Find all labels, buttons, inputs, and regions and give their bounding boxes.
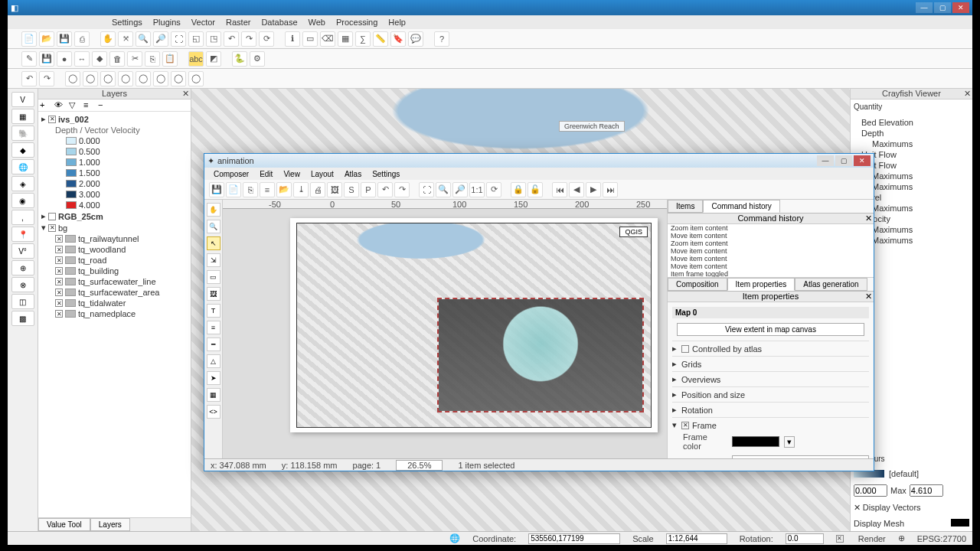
menu-vector[interactable]: Vector <box>187 18 220 27</box>
layer-row[interactable]: 3.000 <box>40 189 189 200</box>
open-project-button[interactable]: 📂 <box>39 31 54 47</box>
c-first-button[interactable]: ⏮ <box>552 182 567 197</box>
c-export-img-button[interactable]: 🖼 <box>327 182 342 197</box>
delete-button[interactable]: 🗑 <box>109 51 125 67</box>
globe-icon[interactable]: 🌐 <box>449 533 460 543</box>
composer-minimize-button[interactable]: — <box>817 155 834 166</box>
layers-panel-close-icon[interactable]: ✕ <box>182 89 189 99</box>
c-addhtml-tool[interactable]: <> <box>207 405 220 419</box>
crs-icon[interactable]: ⊕ <box>898 533 905 543</box>
tab-item-properties[interactable]: Item properties <box>727 278 795 291</box>
pan-button[interactable]: ✋ <box>100 31 116 47</box>
layer-row[interactable]: ▸RGB_25cm <box>40 210 189 222</box>
layer-filter-icon[interactable]: ▽ <box>69 100 81 111</box>
c-movecontent-tool[interactable]: ⇲ <box>207 253 220 267</box>
identify-button[interactable]: ℹ <box>285 31 300 47</box>
add-vector-icon[interactable]: V <box>11 92 34 107</box>
select-button[interactable]: ▭ <box>302 31 318 47</box>
cmenu-settings[interactable]: Settings <box>368 170 404 178</box>
add-csv-icon[interactable]: , <box>11 210 34 225</box>
cmenu-composer[interactable]: Composer <box>209 170 253 178</box>
layer-row[interactable]: ▾✕bg <box>40 222 189 233</box>
layer-row[interactable]: ✕tq_surfacewater_area <box>40 287 189 298</box>
abc-button[interactable]: abc <box>188 51 204 67</box>
c-dup-button[interactable]: ⎘ <box>243 182 258 197</box>
c-last-button[interactable]: ⏭ <box>603 182 618 197</box>
plugin-button[interactable]: ⚙ <box>250 51 265 67</box>
add-gps-icon[interactable]: 📍 <box>11 227 34 242</box>
c-addlegend-tool[interactable]: ≡ <box>207 321 220 334</box>
pan-selection-button[interactable]: ⤧ <box>118 31 133 47</box>
epsg-label[interactable]: EPSG:27700 <box>917 534 966 543</box>
copy-button[interactable]: ⎘ <box>145 51 160 67</box>
layer-row[interactable]: ✕tq_building <box>40 266 189 276</box>
group-rotation[interactable]: ▸Rotation <box>672 405 869 415</box>
zoom-full-button[interactable]: ⛶ <box>171 31 186 47</box>
c-addlabel-tool[interactable]: T <box>207 304 220 318</box>
layers-tree[interactable]: ▸✕ivs_002Depth / Vector Velocity0.0000.5… <box>38 112 191 517</box>
history-item[interactable]: Move item content <box>668 247 874 255</box>
layer-row[interactable]: 2.000 <box>40 178 189 189</box>
group-frame[interactable]: ▾✕Frame <box>672 420 869 430</box>
cut-button[interactable]: ✂ <box>127 51 142 67</box>
contour-min-input[interactable] <box>854 484 887 497</box>
close-button[interactable]: ✕ <box>952 2 969 13</box>
tab-atlas-generation[interactable]: Atlas generation <box>795 278 867 291</box>
c-zoomin-button[interactable]: 🔍 <box>436 182 451 197</box>
add-wcs-icon[interactable]: ◈ <box>11 176 34 191</box>
label-tool-button[interactable]: ◩ <box>206 51 221 67</box>
frame-color-dropdown[interactable]: ▾ <box>784 436 795 448</box>
group-position[interactable]: ▸Position and size <box>672 390 869 399</box>
c-export-pdf-button[interactable]: P <box>361 182 376 197</box>
add-raster-icon[interactable]: ▦ <box>11 109 34 124</box>
c-pan-tool[interactable]: ✋ <box>207 203 220 217</box>
deselect-button[interactable]: ⌫ <box>320 31 335 47</box>
new-shapefile-icon[interactable]: V° <box>11 243 34 259</box>
layer-row[interactable]: 1.000 <box>40 157 189 168</box>
c-addimage-tool[interactable]: 🖼 <box>207 287 220 301</box>
tool-c-icon[interactable]: ◫ <box>11 294 34 309</box>
redo-button[interactable]: ↷ <box>39 71 54 86</box>
tab-value-tool[interactable]: Value Tool <box>38 518 90 531</box>
zoom-in-button[interactable]: 🔍 <box>136 31 151 47</box>
history-item[interactable]: Zoom item content <box>668 240 874 247</box>
tab-command-history[interactable]: Command history <box>703 200 779 213</box>
tool-d-icon[interactable]: ▩ <box>11 311 34 326</box>
layer-row[interactable]: ✕tq_road <box>40 255 189 266</box>
c-export-svg-button[interactable]: S <box>344 182 359 197</box>
zoom-layer-button[interactable]: ◱ <box>188 31 204 47</box>
menu-raster[interactable]: Raster <box>221 18 255 27</box>
crayfish-close-icon[interactable]: ✕ <box>964 89 971 99</box>
bookmark-button[interactable]: 🔖 <box>390 31 406 47</box>
t3-g[interactable]: ◯ <box>171 71 186 86</box>
command-history-close-icon[interactable]: ✕ <box>865 214 872 223</box>
add-wms-icon[interactable]: 🌐 <box>11 159 34 174</box>
cmenu-atlas[interactable]: Atlas <box>340 170 366 178</box>
history-item[interactable]: Item frame toggled <box>668 270 874 278</box>
zoom-last-button[interactable]: ↶ <box>224 31 239 47</box>
layer-visibility-icon[interactable]: 👁 <box>54 100 67 111</box>
c-prev-button[interactable]: ◀ <box>569 182 584 197</box>
mesh-color-swatch[interactable] <box>951 519 969 527</box>
c-refresh-button[interactable]: ⟳ <box>486 182 501 197</box>
edit-button[interactable]: ✎ <box>21 51 37 67</box>
add-wfs-icon[interactable]: ◉ <box>11 193 34 208</box>
layer-row[interactable]: Depth / Vector Velocity <box>40 125 189 135</box>
zoom-next-button[interactable]: ↷ <box>241 31 256 47</box>
c-zoomout-button[interactable]: 🔎 <box>452 182 468 197</box>
save-as-button[interactable]: ⎙ <box>74 31 90 47</box>
menu-help[interactable]: Help <box>384 18 410 27</box>
t3-e[interactable]: ◯ <box>136 71 151 86</box>
layer-row[interactable]: ✕tq_woodland <box>40 244 189 255</box>
crayfish-item[interactable]: Maximums <box>854 139 969 149</box>
history-item[interactable]: Zoom item content <box>668 224 874 232</box>
layer-row[interactable]: 0.500 <box>40 146 189 157</box>
composer-close-button[interactable]: ✕ <box>854 155 871 166</box>
tool-a-icon[interactable]: ⊕ <box>11 260 34 276</box>
display-vectors-checkbox[interactable]: ✕ <box>854 503 861 512</box>
c-addscalebar-tool[interactable]: ━ <box>207 337 220 351</box>
menu-web[interactable]: Web <box>304 18 330 27</box>
measure-button[interactable]: 📏 <box>373 31 388 47</box>
crayfish-item[interactable]: Bed Elevation <box>854 117 969 128</box>
layer-expand-icon[interactable]: ≡ <box>83 100 96 111</box>
